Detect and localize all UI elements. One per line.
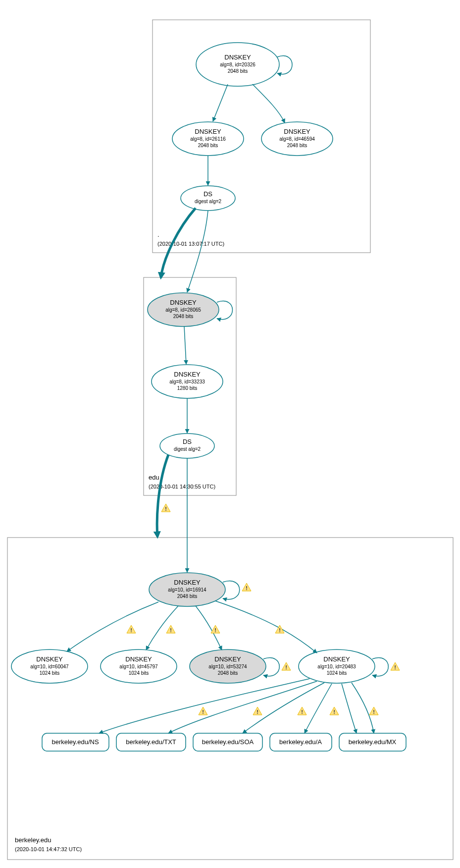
edge-zsk4-txt [168, 681, 317, 733]
edge-zsk4-soa [243, 683, 324, 733]
warning-icon [253, 707, 262, 715]
svg-point-25 [160, 434, 214, 458]
svg-text:DS: DS [183, 438, 192, 445]
warning-icon [369, 707, 378, 715]
dnssec-diagram: ! . (2020-10-01 13:07:17 UTC) edu (2020-… [0, 0, 460, 868]
svg-text:DNSKEY: DNSKEY [284, 128, 310, 135]
svg-text:alg=10, id=53274: alg=10, id=53274 [208, 664, 247, 669]
svg-text:1024 bits: 1024 bits [129, 670, 149, 676]
edge-rootds-eduksk [187, 211, 208, 292]
svg-text:1024 bits: 1024 bits [327, 670, 347, 676]
warning-icon [211, 625, 220, 633]
node-b-zsk1: DNSKEY alg=10, id=60047 1024 bits [11, 650, 88, 683]
svg-text:DNSKEY: DNSKEY [224, 54, 251, 61]
node-b-zsk4: DNSKEY alg=10, id=20483 1024 bits [299, 650, 375, 683]
svg-text:alg=10, id=60047: alg=10, id=60047 [30, 664, 69, 669]
node-rr-txt: berkeley.edu/TXT [116, 733, 186, 751]
edge-rootksk-zsk1 [213, 84, 228, 121]
warning-icon [166, 625, 175, 633]
edge-eduksk-zsk [184, 326, 186, 364]
node-edu-zsk: DNSKEY alg=8, id=33233 1280 bits [152, 365, 223, 398]
edge-rootksk-zsk2 [253, 84, 285, 123]
node-root-zsk1: DNSKEY alg=8, id=26116 2048 bits [172, 122, 244, 156]
edge-eduksk-self [217, 301, 233, 320]
node-rr-soa: berkeley.edu/SOA [193, 733, 262, 751]
zone-root-label: . [157, 231, 159, 238]
edge-bksk-zsk2 [146, 606, 178, 650]
svg-text:DNSKEY: DNSKEY [214, 655, 241, 663]
svg-text:2048 bits: 2048 bits [228, 68, 248, 74]
node-edu-ksk: DNSKEY alg=8, id=28065 2048 bits [148, 293, 219, 326]
warning-icon [127, 625, 136, 633]
svg-text:alg=8, id=46594: alg=8, id=46594 [279, 136, 315, 142]
warning-icon [242, 583, 251, 591]
svg-text:DNSKEY: DNSKEY [170, 299, 197, 306]
zone-berkeley-label: berkeley.edu [15, 836, 51, 844]
svg-text:DNSKEY: DNSKEY [174, 579, 201, 586]
zone-edu-label: edu [149, 474, 159, 481]
svg-text:digest alg=2: digest alg=2 [174, 446, 201, 452]
svg-text:alg=10, id=16914: alg=10, id=16914 [168, 587, 206, 593]
svg-text:DNSKEY: DNSKEY [36, 655, 63, 663]
svg-text:alg=8, id=26116: alg=8, id=26116 [190, 136, 226, 142]
svg-text:berkeley.edu/TXT: berkeley.edu/TXT [126, 738, 176, 746]
edge-bksk-zsk3 [196, 606, 222, 650]
svg-text:DNSKEY: DNSKEY [125, 655, 152, 663]
zone-root-ts: (2020-10-01 13:07:17 UTC) [157, 241, 224, 247]
zone-berkeley-ts: (2020-10-01 14:47:32 UTC) [15, 846, 82, 852]
node-root-ds: DS digest alg=2 [181, 186, 235, 211]
svg-text:berkeley.edu/NS: berkeley.edu/NS [51, 738, 99, 746]
svg-text:alg=10, id=45797: alg=10, id=45797 [119, 664, 158, 669]
svg-text:alg=10, id=20483: alg=10, id=20483 [317, 664, 356, 669]
warning-icon [199, 707, 207, 715]
svg-text:berkeley.edu/SOA: berkeley.edu/SOA [202, 738, 254, 746]
node-root-ksk: DNSKEY alg=8, id=20326 2048 bits [196, 43, 279, 86]
svg-text:alg=8, id=20326: alg=8, id=20326 [220, 62, 256, 67]
edge-zsk4-ns [99, 679, 309, 733]
node-b-ksk: DNSKEY alg=10, id=16914 2048 bits [149, 573, 225, 606]
node-b-zsk3: DNSKEY alg=10, id=53274 2048 bits [190, 650, 266, 683]
svg-text:DNSKEY: DNSKEY [323, 655, 350, 663]
svg-text:berkeley.edu/A: berkeley.edu/A [279, 738, 322, 746]
warning-icon [161, 504, 170, 512]
zone-berkeley-box [7, 538, 453, 860]
svg-text:DNSKEY: DNSKEY [195, 128, 221, 135]
warning-icon [391, 662, 400, 670]
svg-text:1280 bits: 1280 bits [177, 385, 198, 391]
node-rr-mx: berkeley.edu/MX [339, 733, 406, 751]
svg-text:2048 bits: 2048 bits [177, 594, 198, 599]
svg-text:DNSKEY: DNSKEY [174, 371, 201, 378]
warning-icon [298, 707, 307, 715]
edge-zsk4-mx1 [342, 684, 357, 733]
svg-text:2048 bits: 2048 bits [198, 143, 218, 148]
node-rr-a: berkeley.edu/A [270, 733, 332, 751]
svg-text:2048 bits: 2048 bits [173, 314, 194, 319]
svg-text:1024 bits: 1024 bits [40, 670, 60, 676]
node-rr-ns: berkeley.edu/NS [42, 733, 109, 751]
node-b-zsk2: DNSKEY alg=10, id=45797 1024 bits [101, 650, 177, 683]
node-edu-ds: DS digest alg=2 [160, 434, 214, 458]
svg-text:berkeley.edu/MX: berkeley.edu/MX [349, 738, 397, 746]
edge-zsk4-mx2 [352, 683, 374, 733]
svg-point-14 [181, 186, 235, 211]
svg-text:DS: DS [204, 190, 212, 198]
edge-bksk-zsk1 [67, 602, 158, 651]
svg-text:alg=8, id=28065: alg=8, id=28065 [165, 307, 201, 313]
svg-text:digest alg=2: digest alg=2 [195, 199, 222, 204]
warning-icon [282, 662, 291, 670]
svg-text:alg=8, id=33233: alg=8, id=33233 [169, 379, 205, 384]
svg-text:2048 bits: 2048 bits [287, 143, 307, 148]
warning-icon [330, 707, 339, 715]
node-root-zsk2: DNSKEY alg=8, id=46594 2048 bits [261, 122, 333, 156]
edge-bksk-zsk4 [215, 601, 317, 653]
svg-text:2048 bits: 2048 bits [218, 670, 238, 676]
